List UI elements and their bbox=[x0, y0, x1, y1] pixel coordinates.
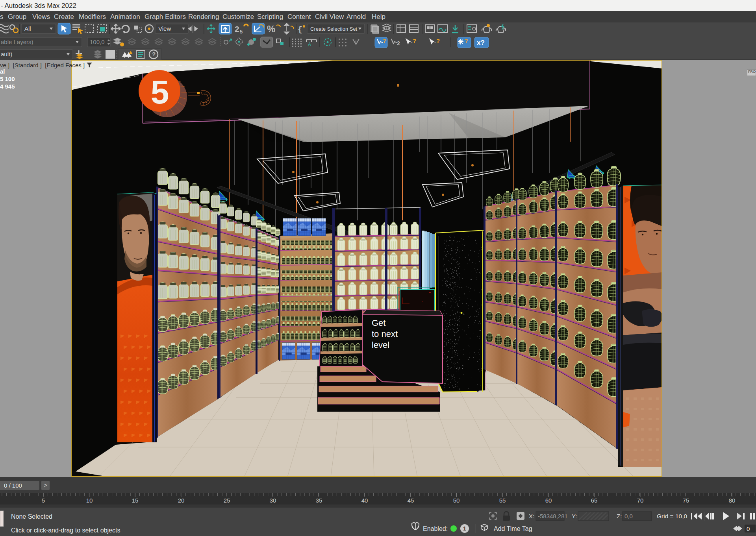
svg-text:5: 5 bbox=[151, 74, 169, 111]
svg-text:Z:: Z: bbox=[617, 513, 622, 519]
svg-text:?: ? bbox=[465, 38, 468, 44]
svg-text:View: View bbox=[158, 25, 171, 32]
svg-text:to next: to next bbox=[372, 329, 398, 339]
svg-text:50: 50 bbox=[453, 497, 460, 504]
svg-text:80: 80 bbox=[729, 497, 736, 504]
svg-text:20: 20 bbox=[178, 497, 185, 504]
svg-text:?: ? bbox=[152, 51, 156, 57]
svg-text:Click or click-and-drag to sel: Click or click-and-drag to select object… bbox=[11, 527, 120, 534]
svg-text:?: ? bbox=[383, 38, 386, 44]
svg-text:45: 45 bbox=[408, 497, 414, 504]
svg-text:Grid = 10,0: Grid = 10,0 bbox=[657, 513, 687, 519]
svg-text:X:: X: bbox=[529, 513, 534, 519]
svg-text:0,0: 0,0 bbox=[624, 513, 633, 519]
svg-text:Y:: Y: bbox=[572, 513, 577, 519]
svg-text:2: 2 bbox=[397, 40, 400, 46]
svg-text:Add Time Tag: Add Time Tag bbox=[494, 525, 532, 532]
svg-text:All: All bbox=[24, 25, 31, 32]
svg-text:?: ? bbox=[413, 37, 416, 44]
svg-text:%: % bbox=[267, 24, 275, 34]
svg-text:able Layers): able Layers) bbox=[1, 39, 33, 45]
svg-text:35: 35 bbox=[316, 497, 322, 504]
svg-text:2: 2 bbox=[235, 24, 239, 33]
svg-text:x?: x? bbox=[477, 39, 485, 46]
svg-text:5: 5 bbox=[42, 497, 45, 504]
svg-text:70: 70 bbox=[637, 497, 644, 504]
svg-text:10: 10 bbox=[86, 497, 93, 504]
svg-text:1: 1 bbox=[463, 525, 466, 532]
svg-text:Create Selection Set: Create Selection Set bbox=[310, 26, 358, 32]
svg-text:40: 40 bbox=[361, 497, 368, 504]
svg-text:None Selected: None Selected bbox=[11, 513, 52, 520]
svg-text:15: 15 bbox=[132, 497, 139, 504]
svg-text:75: 75 bbox=[683, 497, 689, 504]
svg-text:30: 30 bbox=[270, 497, 276, 504]
svg-text:{: { bbox=[298, 25, 302, 34]
svg-text:0: 0 bbox=[747, 525, 750, 532]
svg-text:?: ? bbox=[436, 37, 440, 44]
svg-text:-58348,281: -58348,281 bbox=[538, 513, 568, 519]
svg-text:5: 5 bbox=[240, 29, 243, 35]
svg-text:Enabled:: Enabled: bbox=[423, 525, 448, 532]
svg-text:25: 25 bbox=[224, 497, 230, 504]
svg-text:100,0: 100,0 bbox=[90, 39, 105, 45]
svg-text:A: A bbox=[308, 42, 311, 47]
svg-text:level: level bbox=[372, 340, 389, 350]
svg-text:ault): ault) bbox=[1, 51, 12, 57]
svg-text:60: 60 bbox=[545, 497, 552, 504]
svg-text:Get: Get bbox=[372, 318, 385, 328]
svg-text:55: 55 bbox=[499, 497, 506, 504]
svg-text:65: 65 bbox=[591, 497, 598, 504]
